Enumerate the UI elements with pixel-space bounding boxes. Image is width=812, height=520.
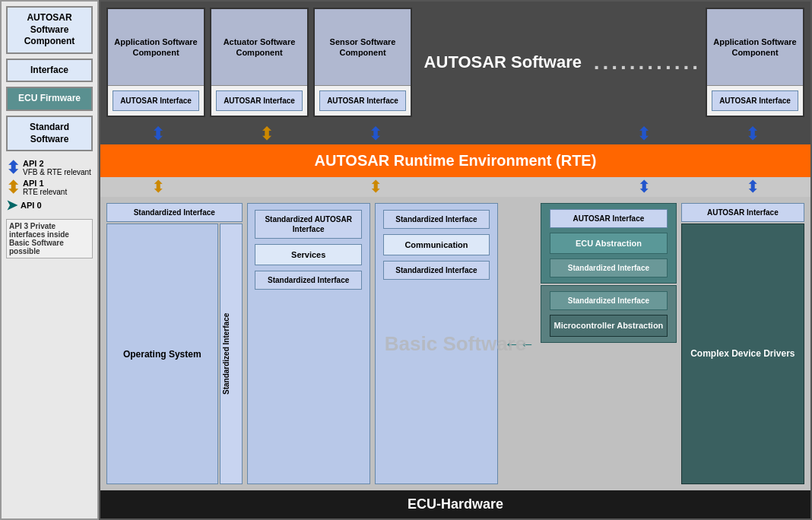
complex-drivers-box: Complex Device Drivers <box>681 224 804 484</box>
arrow-3: ⬍ <box>323 123 427 144</box>
api1-label: API 1 <box>23 179 67 188</box>
col4-top-box: AUTOSAR Interface ECU Abstraction Standa… <box>541 203 677 284</box>
api0-label: API 0 <box>21 201 42 210</box>
col-comm-wrapper: Standardized Interface Communication Sta… <box>375 203 498 484</box>
blue-arrow-3-icon: ⬍ <box>368 123 383 144</box>
col4-micro-abs: Microcontroller Abstraction <box>550 315 668 336</box>
autosar-iface-1: AUTOSAR Interface <box>113 90 198 111</box>
complex-drivers-label: Complex Device Drivers <box>690 347 795 360</box>
autosar-iface-2: AUTOSAR Interface <box>216 90 302 111</box>
col2-bottom: Standardized Interface <box>255 271 362 290</box>
teal-arrow-icon: ←← <box>503 203 536 484</box>
arrow-teal-icon: ➤ <box>6 198 17 212</box>
arrow-1: ⬍ <box>106 123 211 144</box>
yellow-arrow-m3-icon: ⬍ <box>369 177 382 197</box>
col3-bottom: Standardized Interface <box>383 261 490 280</box>
col-services-wrapper: Standardized AUTOSAR Interface Services … <box>247 203 370 484</box>
col3-top: Standardized Interface <box>383 210 490 229</box>
sidebar-label-std: Standard Software <box>30 122 69 144</box>
arrow-blue-icon: ⬍ <box>6 160 20 176</box>
sidebar-autosar-sw-component: AUTOSAR Software Component <box>6 6 93 54</box>
app-sw-comp-2: Application Software Component AUTOSAR I… <box>706 8 804 117</box>
col4-ecu-abs: ECU Abstraction <box>550 233 668 254</box>
blue-arrow-m5-icon: ⬍ <box>746 177 760 197</box>
col2-services: Services <box>255 244 362 265</box>
col-os-wrapper: Standardized Interface Operating System … <box>106 203 243 484</box>
rte-bar: AUTOSAR Runtime Environment (RTE) <box>100 144 810 177</box>
m-arrow-1: ⬍ <box>106 177 211 197</box>
autosar-iface-4: AUTOSAR Interface <box>712 90 798 111</box>
sidebar-label-interface: Interface <box>30 65 68 75</box>
col-ecu-wrapper: AUTOSAR Interface ECU Abstraction Standa… <box>541 203 677 484</box>
middle-arrows-row: ⬍ ⬍ ⬍ ⬍ <box>100 177 810 197</box>
blue-arrow-1-icon: ⬍ <box>151 123 166 144</box>
yellow-arrow-m1-icon: ⬍ <box>151 177 165 197</box>
blue-arrow-m4-icon: ⬍ <box>637 177 651 197</box>
std-iface-vertical: Standardized Interface <box>220 224 243 484</box>
col5-autosar-iface: AUTOSAR Interface <box>681 203 804 222</box>
col4-std-iface: Standardized Interface <box>550 258 668 277</box>
legend-api0: ➤ API 0 <box>6 198 93 212</box>
col3-box: Standardized Interface Communication Sta… <box>375 203 498 484</box>
comp-name-1: Application Software Component <box>108 9 204 86</box>
sidebar-ecu-firmware: ECU Firmware <box>6 87 93 111</box>
col4-autosar-iface: AUTOSAR Interface <box>550 209 668 228</box>
rte-label: AUTOSAR Runtime Environment (RTE) <box>315 152 597 169</box>
api3-note: API 3 Private interfaces inside Basic So… <box>6 219 93 258</box>
col4-micro-box: Standardized Interface Microcontroller A… <box>541 285 677 342</box>
api2-label: API 2 <box>23 159 91 168</box>
app-sw-comp-1: Application Software Component AUTOSAR I… <box>106 8 205 117</box>
arrow-yellow-icon: ⬍ <box>6 179 20 196</box>
col1-bottom: Operating System Standardized Interface <box>106 224 243 484</box>
legend-api2: ⬍ API 2 VFB & RTE relevant <box>6 159 93 176</box>
comp-name-3: Sensor Software Component <box>315 9 411 86</box>
col4-micro-std: Standardized Interface <box>550 291 668 310</box>
sidebar-standard-software: Standard Software <box>6 116 93 151</box>
col2-box: Standardized AUTOSAR Interface Services … <box>247 203 370 484</box>
blue-arrow-4-icon: ⬍ <box>636 123 652 144</box>
sidebar-interface: Interface <box>6 59 93 83</box>
m-arrow-5: ⬍ <box>700 177 804 197</box>
bottom-section: Basic Software Standardized Interface Op… <box>100 197 810 490</box>
comp-name-4: Application Software Component <box>707 9 803 86</box>
sensor-sw-comp: Sensor Software Component AUTOSAR Interf… <box>313 8 412 117</box>
legend-api1: ⬍ API 1 RTE relevant <box>6 179 93 196</box>
os-label: Operating System <box>120 346 205 363</box>
col2-top: Standardized AUTOSAR Interface <box>255 210 362 239</box>
yellow-arrow-2-icon: ⬍ <box>259 123 274 144</box>
os-box: Operating System <box>106 224 218 484</box>
arrow-5: ⬍ <box>700 123 804 144</box>
api2-desc: VFB & RTE relevant <box>23 168 91 176</box>
top-arrows-row: ⬍ ⬍ ⬍ ⬍ ⬍ <box>100 123 810 144</box>
api1-desc: RTE relevant <box>23 188 67 196</box>
sidebar: AUTOSAR Software Component Interface ECU… <box>0 0 99 520</box>
sidebar-label-ecu: ECU Firmware <box>18 93 81 103</box>
m-arrow-4: ⬍ <box>592 177 696 197</box>
actuator-sw-comp: Actuator Software Component AUTOSAR Inte… <box>210 8 309 117</box>
col-complex-wrapper: AUTOSAR Interface Complex Device Drivers <box>681 203 804 484</box>
arrow-2: ⬍ <box>215 123 319 144</box>
dots: ............ <box>594 8 701 117</box>
api3-note-text: API 3 Private interfaces inside Basic So… <box>9 222 69 255</box>
sidebar-label-autosar: AUTOSAR Software Component <box>24 12 75 46</box>
top-section: Application Software Component AUTOSAR I… <box>100 2 810 123</box>
blue-arrow-5-icon: ⬍ <box>745 123 760 144</box>
ecu-hardware: ECU-Hardware <box>100 490 810 518</box>
autosar-iface-3: AUTOSAR Interface <box>319 90 405 111</box>
autosar-software-title: AUTOSAR Software <box>417 8 589 117</box>
comp-name-2: Actuator Software Component <box>211 9 307 86</box>
main-content: Application Software Component AUTOSAR I… <box>99 0 812 520</box>
col1-top-label: Standardized Interface <box>106 203 243 222</box>
arrow-4: ⬍ <box>592 123 696 144</box>
ecu-hardware-label: ECU-Hardware <box>408 496 503 512</box>
col3-comm: Communication <box>383 234 490 255</box>
m-arrow-3: ⬍ <box>323 177 427 197</box>
legend: ⬍ API 2 VFB & RTE relevant ⬍ API 1 RTE r… <box>6 159 93 214</box>
